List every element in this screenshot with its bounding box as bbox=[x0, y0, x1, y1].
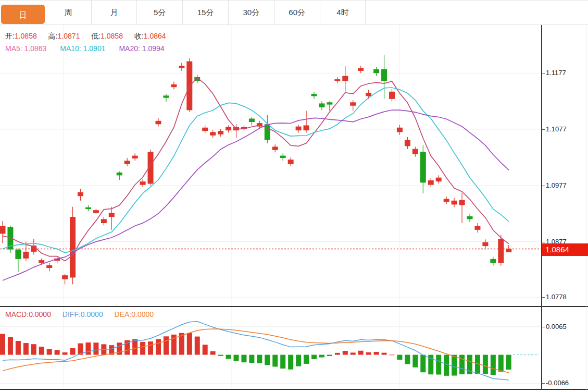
candle-body bbox=[46, 265, 52, 268]
timeframe-tabbar: 日周月5分15分30分60分4时 bbox=[0, 0, 588, 25]
macd-bar bbox=[288, 355, 293, 370]
macd-bar bbox=[140, 342, 145, 355]
candle-body bbox=[15, 250, 21, 259]
candle-body bbox=[93, 210, 99, 213]
low-value: 1.0858 bbox=[101, 32, 123, 40]
candle-body bbox=[39, 260, 44, 263]
axis-tick bbox=[542, 383, 545, 384]
macd-tick-label: 0.0065 bbox=[546, 322, 567, 332]
tab-4hour[interactable]: 4时 bbox=[320, 1, 366, 24]
candle-body bbox=[288, 160, 294, 164]
candle-body bbox=[482, 242, 488, 247]
candle-body bbox=[381, 69, 387, 81]
macd-bar bbox=[117, 342, 122, 354]
macd-bar bbox=[70, 348, 76, 355]
tab-30min[interactable]: 30分 bbox=[229, 1, 274, 24]
ma-readout: MA5: 1.0863 MA10: 1.0901 MA20: 1.0994 bbox=[5, 43, 165, 54]
tab-5min[interactable]: 5分 bbox=[137, 1, 183, 24]
macd-bar bbox=[412, 355, 418, 368]
candle-body bbox=[350, 102, 356, 105]
candle-body bbox=[319, 103, 324, 107]
tab-month[interactable]: 月 bbox=[92, 1, 137, 24]
candle-body bbox=[218, 131, 223, 134]
macd-bar bbox=[327, 355, 332, 356]
price-tick-label: 1.1077 bbox=[546, 125, 567, 134]
macd-bar bbox=[420, 355, 426, 373]
trading-chart-app: 日周月5分15分30分60分4时 开:1.0858 高:1.0871 低:1.0… bbox=[0, 0, 588, 392]
axis-tick bbox=[542, 242, 545, 242]
ma20-readout: MA20: 1.0994 bbox=[119, 44, 164, 53]
candle-body bbox=[23, 252, 29, 259]
macd-bar bbox=[31, 344, 36, 354]
candle-body bbox=[506, 249, 511, 252]
macd-bar bbox=[226, 355, 231, 359]
macd-bar bbox=[272, 355, 278, 367]
candle-body bbox=[420, 152, 426, 182]
axis-tick bbox=[542, 73, 545, 74]
macd-bar bbox=[382, 353, 387, 355]
macd-bar bbox=[319, 355, 324, 358]
candle-body bbox=[171, 84, 177, 87]
candle-body bbox=[373, 69, 379, 74]
ma10-line bbox=[3, 88, 509, 253]
tab-week[interactable]: 周 bbox=[46, 1, 92, 24]
macd-bar bbox=[156, 339, 161, 355]
macd-bar bbox=[8, 337, 13, 355]
macd-bar bbox=[358, 351, 364, 355]
macd-bar bbox=[16, 341, 21, 355]
tab-60min[interactable]: 60分 bbox=[274, 1, 320, 24]
macd-bar bbox=[39, 347, 44, 354]
candle-body bbox=[452, 201, 457, 205]
candle-body bbox=[428, 180, 434, 185]
candle-body bbox=[179, 66, 184, 68]
price-chart-canvas[interactable] bbox=[0, 25, 588, 305]
candle-body bbox=[342, 76, 348, 81]
macd-bar bbox=[436, 355, 441, 375]
macd-bar bbox=[343, 351, 348, 355]
tab-label: 15分 bbox=[197, 8, 214, 17]
candle-body bbox=[70, 217, 76, 277]
macd-bar bbox=[210, 351, 216, 355]
candle-body bbox=[436, 178, 442, 182]
candle-body bbox=[85, 207, 91, 209]
macd-bar bbox=[234, 355, 239, 361]
candle-body bbox=[124, 161, 130, 164]
macd-bar bbox=[459, 355, 465, 374]
tab-day[interactable]: 日 bbox=[0, 1, 46, 24]
panel-divider bbox=[0, 306, 588, 307]
macd-bar bbox=[93, 342, 98, 354]
price-tick-label: 1.0778 bbox=[546, 292, 567, 302]
ma5-readout: MA5: 1.0863 bbox=[5, 44, 46, 53]
candle-body bbox=[474, 226, 480, 230]
macd-bar bbox=[23, 343, 29, 355]
candle-body bbox=[117, 173, 122, 175]
candle-body bbox=[163, 95, 169, 97]
tab-label: 周 bbox=[65, 8, 72, 17]
candle-body bbox=[272, 146, 278, 150]
macd-bar bbox=[249, 355, 254, 363]
macd-tick-label: -0.0066 bbox=[546, 378, 569, 388]
macd-histogram bbox=[0, 333, 511, 376]
price-axis-line bbox=[541, 25, 542, 390]
candle-body bbox=[280, 156, 286, 158]
diff-value-readout: DIFF:0.0000 bbox=[62, 310, 103, 318]
chart-bottom-border bbox=[0, 389, 588, 390]
candle-body bbox=[156, 121, 161, 124]
candle-body bbox=[0, 226, 6, 234]
candle-body bbox=[327, 102, 332, 104]
macd-bar bbox=[311, 355, 317, 359]
candle-body bbox=[210, 132, 216, 135]
candle-body bbox=[397, 128, 403, 132]
tab-15min[interactable]: 15分 bbox=[183, 1, 229, 24]
candle-body bbox=[311, 94, 317, 96]
macd-bar bbox=[148, 341, 153, 354]
macd-bar bbox=[390, 354, 395, 355]
tab-label: 月 bbox=[110, 8, 118, 17]
tab-label: 60分 bbox=[289, 8, 305, 17]
candle-body bbox=[498, 239, 504, 263]
macd-bar bbox=[374, 352, 379, 355]
dea-value-readout: DEA:0.0000 bbox=[115, 310, 154, 318]
macd-bar bbox=[351, 352, 356, 354]
macd-readout: MACD:0.0000 DIFF:0.0000 DEA:0.0000 bbox=[5, 309, 154, 320]
candle-body bbox=[78, 192, 83, 197]
